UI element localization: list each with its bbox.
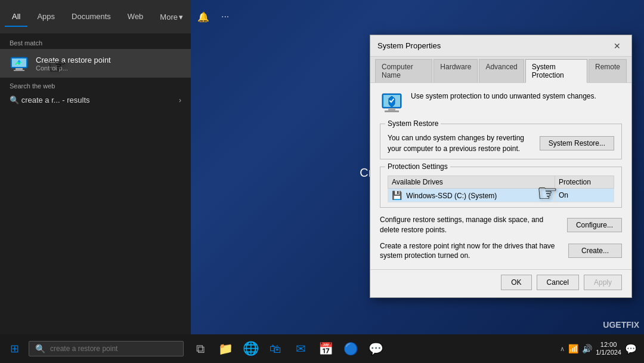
dialog-title: System Properties [377, 41, 610, 50]
restore-point-icon [10, 54, 29, 73]
best-match-item[interactable]: Create a restore point Control p... [0, 49, 191, 78]
tab-advanced[interactable]: Advanced [479, 59, 524, 82]
taskbar-app-icons: ⧉ 📁 🌐 🛍 ✉ 📅 🔵 💬 [188, 337, 388, 361]
configure-button[interactable]: Configure... [567, 218, 622, 232]
system-restore-section: System Restore You can undo system chang… [380, 124, 622, 159]
start-menu: All Apps Documents Web More ▾ 🔔 ··· Best… [0, 0, 191, 334]
tab-all[interactable]: All [5, 7, 27, 27]
calendar-icon[interactable]: 📅 [314, 337, 338, 361]
col-protection: Protection [555, 176, 614, 189]
notification-icon[interactable]: 💬 [625, 343, 637, 355]
best-match-text: Create a restore point Control p... [36, 56, 111, 72]
apply-button[interactable]: Apply [584, 275, 622, 290]
create-row: Create a restore point right now for the… [380, 241, 622, 262]
search-icon: 🔍 [35, 344, 45, 353]
svg-rect-11 [388, 108, 395, 110]
protection-settings-label: Protection Settings [385, 162, 450, 171]
protection-settings-section: Protection Settings Available Drives Pro… [380, 167, 622, 208]
start-menu-tabbar: All Apps Documents Web More ▾ 🔔 ··· [0, 0, 191, 33]
tab-hardware[interactable]: Hardware [434, 59, 478, 82]
system-restore-button[interactable]: System Restore... [540, 136, 614, 150]
tray-arrow[interactable]: ∧ [560, 345, 565, 353]
best-match-subtitle: Control p... [36, 64, 111, 72]
protection-actions: Configure restore settings, manage disk … [380, 215, 622, 261]
cancel-button[interactable]: Cancel [537, 275, 579, 290]
svg-rect-12 [385, 110, 399, 112]
dialog-titlebar: System Properties ✕ [370, 35, 631, 57]
search-web-arrow: › [179, 96, 181, 104]
system-restore-text: You can undo system changes by reverting… [388, 133, 534, 154]
protection-table: Available Drives Protection 💾 Windows-SS… [388, 176, 614, 202]
shield-computer-icon [380, 91, 404, 115]
tab-system-protection[interactable]: System Protection [525, 59, 587, 83]
chrome-icon[interactable]: 🔵 [339, 337, 363, 361]
svg-rect-2 [16, 68, 23, 70]
system-restore-content: You can undo system changes by reverting… [388, 129, 614, 154]
create-button[interactable]: Create... [568, 244, 622, 258]
taskbar-search-input[interactable] [50, 344, 169, 353]
ok-button[interactable]: OK [501, 275, 531, 290]
volume-icon[interactable]: 🔊 [582, 344, 592, 353]
dialog-intro: Use system protection to undo unwanted s… [380, 91, 622, 115]
system-properties-dialog: System Properties ✕ Computer Name Hardwa… [370, 35, 632, 298]
search-web-section: Search the web 🔍 create a r... - results… [0, 78, 191, 113]
ugetfix-watermark: UGETFIX [603, 320, 639, 330]
search-web-item[interactable]: 🔍 create a r... - results › [10, 92, 181, 108]
tab-web[interactable]: Web [120, 7, 151, 27]
tab-documents[interactable]: Documents [64, 7, 118, 27]
dialog-close-button[interactable]: ✕ [610, 39, 624, 53]
configure-text: Configure restore settings, manage disk … [380, 215, 561, 235]
tab-computer-name[interactable]: Computer Name [375, 59, 432, 82]
tab-apps[interactable]: Apps [30, 7, 62, 27]
file-explorer-icon[interactable]: 📁 [213, 337, 237, 361]
store-icon[interactable]: 🛍 [264, 337, 287, 361]
tab-more[interactable]: More ▾ [153, 8, 190, 26]
task-view-icon[interactable]: ⧉ [188, 337, 212, 361]
taskbar-tray: ∧ 📶 🔊 12:001/1/2024 💬 [560, 341, 642, 356]
table-row[interactable]: 💾 Windows-SSD (C:) (System) On [388, 189, 614, 202]
clock[interactable]: 12:001/1/2024 [596, 341, 621, 356]
dialog-intro-text: Use system protection to undo unwanted s… [411, 91, 596, 101]
dialog-tabs: Computer Name Hardware Advanced System P… [370, 57, 631, 83]
edge-icon[interactable]: 🌐 [239, 337, 262, 361]
system-restore-label: System Restore [385, 119, 441, 128]
drive-name-cell: 💾 Windows-SSD (C:) (System) [388, 189, 555, 202]
dialog-footer: OK Cancel Apply [370, 269, 631, 297]
wifi-icon[interactable]: 📶 [568, 344, 578, 353]
protection-status-cell: On [555, 189, 614, 202]
discord-icon[interactable]: 💬 [364, 337, 388, 361]
best-match-title: Create a restore point [36, 56, 111, 64]
create-text: Create a restore point right now for the… [380, 241, 562, 262]
mail-icon[interactable]: ✉ [289, 337, 312, 361]
dialog-body: Use system protection to undo unwanted s… [370, 83, 631, 269]
drive-icon: 💾 [392, 190, 402, 200]
taskbar: ⊞ 🔍 ⧉ 📁 🌐 🛍 ✉ 📅 🔵 💬 ∧ 📶 🔊 12:001/1/2024 … [0, 334, 644, 363]
start-button[interactable]: ⊞ [2, 337, 26, 361]
search-web-label: Search the web [10, 82, 181, 90]
taskbar-search-box[interactable]: 🔍 [29, 341, 184, 356]
start-menu-results: Best match Create a restore point Contro… [0, 33, 191, 113]
tab-remote[interactable]: Remote [589, 59, 627, 82]
best-match-label: Best match [0, 33, 191, 49]
search-web-query: 🔍 create a r... - results [10, 96, 90, 104]
system-tray: ∧ 📶 🔊 12:001/1/2024 💬 [560, 341, 637, 356]
svg-rect-3 [14, 70, 24, 71]
col-available-drives: Available Drives [388, 176, 555, 189]
configure-row: Configure restore settings, manage disk … [380, 215, 622, 235]
